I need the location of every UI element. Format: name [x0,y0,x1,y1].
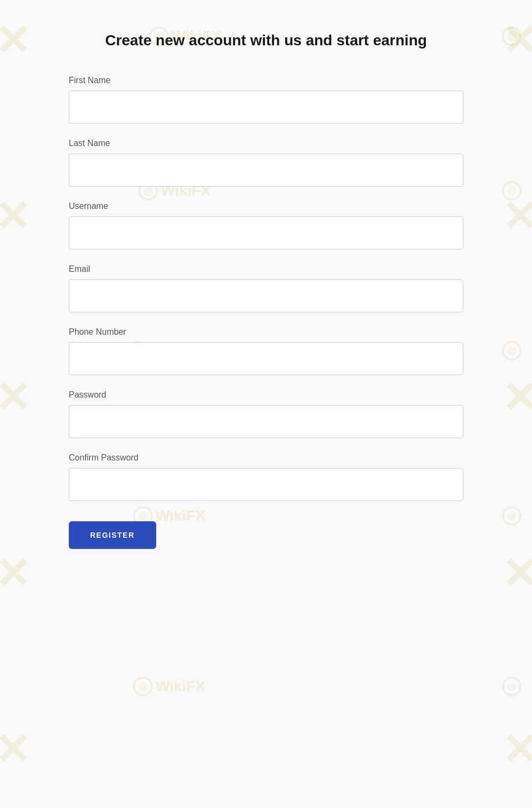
phone-number-group: Phone Number [69,327,463,375]
username-input[interactable] [69,216,463,249]
phone-number-input[interactable] [69,342,463,375]
confirm-password-input[interactable] [69,468,463,501]
username-label: Username [69,201,463,211]
watermark-x-9: ✕ [502,549,532,599]
confirm-password-label: Confirm Password [69,453,463,463]
watermark-x-8: ✕ [502,373,532,423]
watermark-x-2: ✕ [0,192,30,241]
username-group: Username [69,201,463,249]
confirm-password-group: Confirm Password [69,453,463,501]
registration-form-container: Create new account with us and start ear… [58,0,474,592]
last-name-label: Last Name [69,139,463,148]
watermark-x-4: ✕ [0,549,30,599]
watermark-wikifx-10: @ [502,677,521,696]
email-label: Email [69,264,463,274]
watermark-x-1: ✕ [0,16,30,66]
watermark-x-3: ✕ [0,373,30,423]
first-name-label: First Name [69,76,463,85]
register-button[interactable]: REGISTER [69,521,156,549]
email-group: Email [69,264,463,312]
watermark-x-6: ✕ [502,16,532,66]
last-name-input[interactable] [69,153,463,187]
watermark-wikifx-2: @ [502,27,521,46]
watermark-x-7: ✕ [502,192,532,241]
watermark-wikifx-6: @ [502,341,521,360]
watermark-wikifx-4: @ [502,181,521,200]
password-label: Password [69,390,463,400]
registration-form: First Name Last Name Username Email Phon… [69,76,463,549]
phone-number-label: Phone Number [69,327,463,337]
first-name-input[interactable] [69,91,463,124]
watermark-wikifx-9: @WikiFX [133,677,205,696]
last-name-group: Last Name [69,139,463,187]
password-input[interactable] [69,405,463,438]
watermark-x-5: ✕ [0,725,30,774]
first-name-group: First Name [69,76,463,124]
email-input[interactable] [69,279,463,312]
watermark-wikifx-8: @ [502,506,521,526]
page-title: Create new account with us and start ear… [69,32,463,49]
watermark-x-10: ✕ [502,725,532,774]
password-group: Password [69,390,463,438]
